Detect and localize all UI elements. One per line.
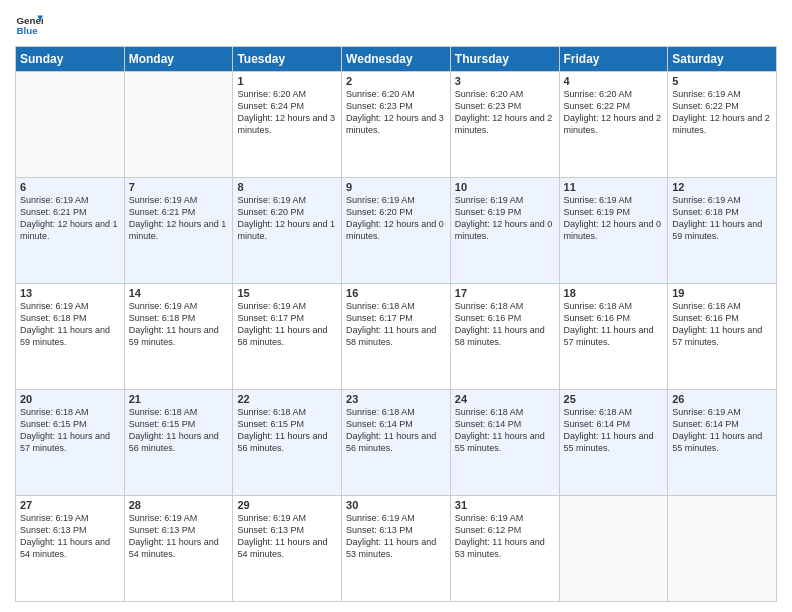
day-number: 31	[455, 499, 555, 511]
calendar-cell: 10Sunrise: 6:19 AMSunset: 6:19 PMDayligh…	[450, 178, 559, 284]
calendar-cell: 13Sunrise: 6:19 AMSunset: 6:18 PMDayligh…	[16, 284, 125, 390]
calendar-cell: 9Sunrise: 6:19 AMSunset: 6:20 PMDaylight…	[342, 178, 451, 284]
day-number: 30	[346, 499, 446, 511]
day-number: 22	[237, 393, 337, 405]
calendar-cell	[124, 72, 233, 178]
weekday-header: Thursday	[450, 47, 559, 72]
day-number: 23	[346, 393, 446, 405]
day-info: Sunrise: 6:19 AMSunset: 6:12 PMDaylight:…	[455, 512, 555, 561]
day-info: Sunrise: 6:18 AMSunset: 6:15 PMDaylight:…	[20, 406, 120, 455]
day-number: 27	[20, 499, 120, 511]
day-number: 28	[129, 499, 229, 511]
day-info: Sunrise: 6:19 AMSunset: 6:18 PMDaylight:…	[20, 300, 120, 349]
day-number: 2	[346, 75, 446, 87]
day-info: Sunrise: 6:18 AMSunset: 6:16 PMDaylight:…	[564, 300, 664, 349]
day-info: Sunrise: 6:20 AMSunset: 6:22 PMDaylight:…	[564, 88, 664, 137]
day-number: 10	[455, 181, 555, 193]
day-info: Sunrise: 6:20 AMSunset: 6:23 PMDaylight:…	[346, 88, 446, 137]
weekday-header: Tuesday	[233, 47, 342, 72]
calendar-cell: 3Sunrise: 6:20 AMSunset: 6:23 PMDaylight…	[450, 72, 559, 178]
day-number: 5	[672, 75, 772, 87]
weekday-header: Sunday	[16, 47, 125, 72]
calendar-cell: 29Sunrise: 6:19 AMSunset: 6:13 PMDayligh…	[233, 496, 342, 602]
day-number: 8	[237, 181, 337, 193]
day-number: 19	[672, 287, 772, 299]
day-number: 1	[237, 75, 337, 87]
calendar-cell: 8Sunrise: 6:19 AMSunset: 6:20 PMDaylight…	[233, 178, 342, 284]
day-number: 29	[237, 499, 337, 511]
day-info: Sunrise: 6:19 AMSunset: 6:13 PMDaylight:…	[20, 512, 120, 561]
logo-icon: General Blue	[15, 10, 43, 38]
day-info: Sunrise: 6:18 AMSunset: 6:14 PMDaylight:…	[564, 406, 664, 455]
day-number: 24	[455, 393, 555, 405]
calendar-cell	[16, 72, 125, 178]
weekday-header: Monday	[124, 47, 233, 72]
day-number: 13	[20, 287, 120, 299]
day-info: Sunrise: 6:19 AMSunset: 6:19 PMDaylight:…	[455, 194, 555, 243]
day-number: 12	[672, 181, 772, 193]
calendar-cell: 25Sunrise: 6:18 AMSunset: 6:14 PMDayligh…	[559, 390, 668, 496]
calendar-cell: 28Sunrise: 6:19 AMSunset: 6:13 PMDayligh…	[124, 496, 233, 602]
day-info: Sunrise: 6:19 AMSunset: 6:20 PMDaylight:…	[346, 194, 446, 243]
day-info: Sunrise: 6:18 AMSunset: 6:14 PMDaylight:…	[346, 406, 446, 455]
calendar-cell: 27Sunrise: 6:19 AMSunset: 6:13 PMDayligh…	[16, 496, 125, 602]
calendar-cell: 20Sunrise: 6:18 AMSunset: 6:15 PMDayligh…	[16, 390, 125, 496]
calendar-cell: 6Sunrise: 6:19 AMSunset: 6:21 PMDaylight…	[16, 178, 125, 284]
day-info: Sunrise: 6:19 AMSunset: 6:18 PMDaylight:…	[129, 300, 229, 349]
calendar-cell: 23Sunrise: 6:18 AMSunset: 6:14 PMDayligh…	[342, 390, 451, 496]
day-info: Sunrise: 6:19 AMSunset: 6:22 PMDaylight:…	[672, 88, 772, 137]
calendar-table: SundayMondayTuesdayWednesdayThursdayFrid…	[15, 46, 777, 602]
day-info: Sunrise: 6:18 AMSunset: 6:16 PMDaylight:…	[455, 300, 555, 349]
day-info: Sunrise: 6:19 AMSunset: 6:13 PMDaylight:…	[129, 512, 229, 561]
day-info: Sunrise: 6:20 AMSunset: 6:24 PMDaylight:…	[237, 88, 337, 137]
day-number: 7	[129, 181, 229, 193]
day-number: 6	[20, 181, 120, 193]
calendar-cell	[559, 496, 668, 602]
day-number: 26	[672, 393, 772, 405]
calendar-cell: 12Sunrise: 6:19 AMSunset: 6:18 PMDayligh…	[668, 178, 777, 284]
weekday-header: Saturday	[668, 47, 777, 72]
day-info: Sunrise: 6:19 AMSunset: 6:14 PMDaylight:…	[672, 406, 772, 455]
day-info: Sunrise: 6:19 AMSunset: 6:19 PMDaylight:…	[564, 194, 664, 243]
day-info: Sunrise: 6:18 AMSunset: 6:17 PMDaylight:…	[346, 300, 446, 349]
day-number: 16	[346, 287, 446, 299]
day-info: Sunrise: 6:18 AMSunset: 6:15 PMDaylight:…	[237, 406, 337, 455]
calendar-cell: 14Sunrise: 6:19 AMSunset: 6:18 PMDayligh…	[124, 284, 233, 390]
day-number: 21	[129, 393, 229, 405]
calendar-cell: 5Sunrise: 6:19 AMSunset: 6:22 PMDaylight…	[668, 72, 777, 178]
calendar-cell: 26Sunrise: 6:19 AMSunset: 6:14 PMDayligh…	[668, 390, 777, 496]
weekday-header: Wednesday	[342, 47, 451, 72]
day-info: Sunrise: 6:19 AMSunset: 6:20 PMDaylight:…	[237, 194, 337, 243]
calendar-cell: 19Sunrise: 6:18 AMSunset: 6:16 PMDayligh…	[668, 284, 777, 390]
day-info: Sunrise: 6:19 AMSunset: 6:21 PMDaylight:…	[129, 194, 229, 243]
calendar-cell: 11Sunrise: 6:19 AMSunset: 6:19 PMDayligh…	[559, 178, 668, 284]
calendar-cell: 2Sunrise: 6:20 AMSunset: 6:23 PMDaylight…	[342, 72, 451, 178]
calendar-cell: 16Sunrise: 6:18 AMSunset: 6:17 PMDayligh…	[342, 284, 451, 390]
calendar-cell: 4Sunrise: 6:20 AMSunset: 6:22 PMDaylight…	[559, 72, 668, 178]
day-info: Sunrise: 6:19 AMSunset: 6:21 PMDaylight:…	[20, 194, 120, 243]
day-number: 3	[455, 75, 555, 87]
calendar-cell: 24Sunrise: 6:18 AMSunset: 6:14 PMDayligh…	[450, 390, 559, 496]
day-info: Sunrise: 6:19 AMSunset: 6:13 PMDaylight:…	[346, 512, 446, 561]
day-number: 15	[237, 287, 337, 299]
day-info: Sunrise: 6:19 AMSunset: 6:18 PMDaylight:…	[672, 194, 772, 243]
page-header: General Blue	[15, 10, 777, 38]
calendar-cell: 17Sunrise: 6:18 AMSunset: 6:16 PMDayligh…	[450, 284, 559, 390]
day-info: Sunrise: 6:19 AMSunset: 6:17 PMDaylight:…	[237, 300, 337, 349]
day-number: 4	[564, 75, 664, 87]
day-number: 25	[564, 393, 664, 405]
logo: General Blue	[15, 10, 47, 38]
day-number: 11	[564, 181, 664, 193]
calendar-cell: 22Sunrise: 6:18 AMSunset: 6:15 PMDayligh…	[233, 390, 342, 496]
calendar-cell: 1Sunrise: 6:20 AMSunset: 6:24 PMDaylight…	[233, 72, 342, 178]
calendar-cell: 18Sunrise: 6:18 AMSunset: 6:16 PMDayligh…	[559, 284, 668, 390]
calendar-cell: 30Sunrise: 6:19 AMSunset: 6:13 PMDayligh…	[342, 496, 451, 602]
weekday-header: Friday	[559, 47, 668, 72]
calendar-cell: 31Sunrise: 6:19 AMSunset: 6:12 PMDayligh…	[450, 496, 559, 602]
day-info: Sunrise: 6:20 AMSunset: 6:23 PMDaylight:…	[455, 88, 555, 137]
calendar-cell: 21Sunrise: 6:18 AMSunset: 6:15 PMDayligh…	[124, 390, 233, 496]
day-number: 18	[564, 287, 664, 299]
day-info: Sunrise: 6:19 AMSunset: 6:13 PMDaylight:…	[237, 512, 337, 561]
day-number: 17	[455, 287, 555, 299]
calendar-cell: 15Sunrise: 6:19 AMSunset: 6:17 PMDayligh…	[233, 284, 342, 390]
